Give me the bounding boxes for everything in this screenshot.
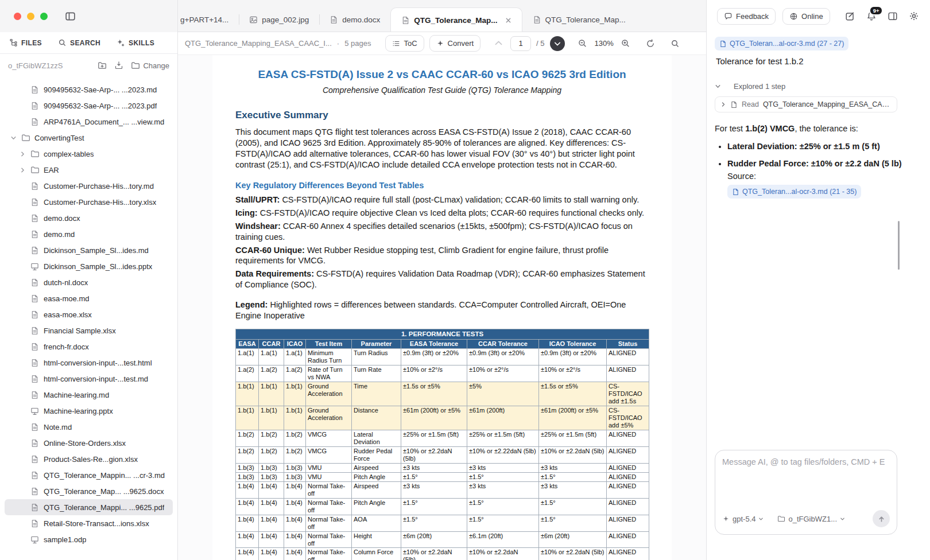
workspace-folder-selector[interactable]: o_tFGibWZ1... bbox=[777, 515, 845, 523]
exec-summary-heading: Executive Summary bbox=[235, 110, 649, 121]
source-file-chip[interactable]: QTG_Toleran...al-ocr-3.md (21 - 35) bbox=[727, 185, 861, 199]
tab[interactable]: QTG_Tolerance_Map... bbox=[522, 7, 636, 32]
close-window-button[interactable] bbox=[14, 13, 21, 20]
folder-item[interactable]: EAR bbox=[5, 162, 173, 178]
convert-label: Convert bbox=[448, 39, 474, 48]
file-item[interactable]: easa-moe.xlsx bbox=[5, 306, 173, 322]
tab[interactable]: demo.docx bbox=[319, 7, 390, 32]
file-item[interactable]: QTG_Tolerance_Mappin... ...cr-3.md bbox=[5, 467, 173, 483]
file-item[interactable]: Online-Store-Orders.xlsx bbox=[5, 435, 173, 451]
document-viewport[interactable]: EASA CS-FSTD(A) Issue 2 vs CAAC CCAR-60 … bbox=[178, 55, 706, 560]
file-item[interactable]: Machine-learing.pptx bbox=[5, 403, 173, 419]
read-step-item[interactable]: Read QTG_Tolerance_Mapping_EASA_CAA... bbox=[715, 96, 897, 112]
notifications-button[interactable]: 9+ bbox=[866, 10, 877, 22]
table-row: 1.a(1)1.a(1)1.a(1)Minimum Radius TurnTur… bbox=[236, 349, 649, 365]
page-number-input[interactable] bbox=[510, 36, 531, 51]
file-item[interactable]: french-fr.docx bbox=[5, 339, 173, 355]
tab-label: QTG_Tolerance_Map... bbox=[414, 16, 497, 25]
change-workspace-button[interactable]: Change bbox=[131, 61, 169, 70]
message-input[interactable] bbox=[722, 457, 890, 510]
chevron-right-icon[interactable] bbox=[20, 167, 26, 173]
import-files-button[interactable] bbox=[114, 61, 123, 70]
sidebar-tab-search[interactable]: SEARCH bbox=[58, 38, 100, 47]
table-cell: 1.b(4) bbox=[284, 548, 306, 560]
close-tab-icon[interactable] bbox=[505, 17, 512, 24]
new-folder-button[interactable] bbox=[98, 61, 107, 70]
file-name: Retail-Store-Transact...ions.xlsx bbox=[44, 519, 149, 528]
settings-button[interactable] bbox=[908, 10, 920, 22]
zoom-in-button[interactable] bbox=[619, 37, 633, 50]
file-item[interactable]: QTG_Tolerance_Mappi... ...9625.pdf bbox=[5, 499, 173, 515]
file-item[interactable]: Customer-Purchase-His...tory.md bbox=[5, 178, 173, 194]
file-item[interactable]: Dickinson_Sample_Sl...ides.md bbox=[5, 242, 173, 258]
file-item[interactable]: demo.docx bbox=[5, 210, 173, 226]
panel-layout-button[interactable] bbox=[887, 10, 898, 22]
tab[interactable]: page_002.jpg bbox=[239, 7, 319, 32]
search-document-button[interactable] bbox=[668, 37, 682, 50]
message-composer[interactable]: gpt-5.4 o_tFGibWZ1... bbox=[715, 450, 897, 535]
table-row: 1.b(4)1.b(4)1.b(4)Normal Take-offHeight±… bbox=[236, 531, 649, 548]
scrollbar-thumb[interactable] bbox=[898, 221, 900, 270]
convert-button[interactable]: Convert bbox=[429, 35, 481, 52]
folder-item[interactable]: ConvertingTest bbox=[5, 130, 173, 146]
file-item[interactable]: QTG_Tolerance_Map... ...9625.docx bbox=[5, 483, 173, 499]
file-item[interactable]: dutch-nl.docx bbox=[5, 274, 173, 290]
online-status-button[interactable]: Online bbox=[782, 8, 830, 25]
file-name: Dickinson_Sample_Sl...ides.md bbox=[44, 246, 149, 255]
maximize-window-button[interactable] bbox=[40, 13, 48, 20]
file-item[interactable]: sample1.odp bbox=[5, 531, 173, 547]
file-item[interactable]: Customer-Purchase-His...tory.xlsx bbox=[5, 194, 173, 210]
explored-steps-toggle[interactable]: Explored 1 step bbox=[715, 82, 922, 91]
table-cell: ±1.5° bbox=[401, 515, 467, 531]
minimize-window-button[interactable] bbox=[27, 13, 34, 20]
zoom-in-icon bbox=[621, 38, 630, 48]
refresh-button[interactable] bbox=[644, 37, 657, 50]
previous-page-button[interactable] bbox=[491, 37, 505, 50]
toc-button[interactable]: ToC bbox=[385, 35, 424, 52]
folder-item[interactable]: complex-tables bbox=[5, 146, 173, 162]
file-name: demo.docx bbox=[44, 214, 80, 223]
table-cell: 1.b(1) bbox=[259, 406, 284, 430]
file-item[interactable]: Financial Sample.xlsx bbox=[5, 322, 173, 339]
file-item[interactable]: easa-moe.md bbox=[5, 290, 173, 306]
file-name: easa-moe.xlsx bbox=[44, 310, 92, 319]
chevron-down-icon[interactable] bbox=[10, 135, 17, 141]
tab-active[interactable]: QTG_Tolerance_Map... bbox=[390, 7, 522, 32]
table-cell: 1.a(2) bbox=[236, 365, 259, 382]
table-cell: 1.b(4) bbox=[236, 498, 259, 515]
file-item[interactable]: html-conversion-input-...test.html bbox=[5, 355, 173, 371]
chat-messages[interactable]: QTG_Toleran...al-ocr-3.md (27 - 27) Tole… bbox=[707, 32, 930, 450]
file-item[interactable]: Product-Sales-Re...gion.xlsx bbox=[5, 451, 173, 467]
workspace-bar: o_tFGibWZ1zzS Change bbox=[0, 54, 177, 77]
new-chat-button[interactable] bbox=[844, 10, 856, 22]
table-cell: 1.b(3) bbox=[236, 472, 259, 481]
toggle-sidebar-button[interactable] bbox=[64, 10, 76, 22]
file-item[interactable]: Note.md bbox=[5, 419, 173, 435]
file-item[interactable]: 909495632-Sae-Arp-... ...2023.md bbox=[5, 81, 173, 98]
tab[interactable]: g+PART+14... bbox=[178, 7, 239, 32]
send-button[interactable] bbox=[873, 510, 890, 527]
model-selector[interactable]: gpt-5.4 bbox=[722, 515, 764, 523]
next-page-button[interactable] bbox=[550, 36, 565, 51]
table-cell: Height bbox=[352, 531, 401, 548]
table-cell: ±3 kts bbox=[401, 463, 467, 472]
file-item[interactable]: Retail-Store-Transact...ions.xlsx bbox=[5, 515, 173, 531]
chevron-right-icon[interactable] bbox=[20, 151, 26, 157]
table-cell: Rate of Turn vs NWA bbox=[306, 365, 352, 382]
file-item[interactable]: Machine-learing.md bbox=[5, 387, 173, 403]
sidebar-tab-skills[interactable]: SKILLS bbox=[117, 38, 154, 47]
key-difference-item: Stall/UPRT: CS-FSTD(A)/ICAO require full… bbox=[235, 195, 649, 205]
separator-dot: · bbox=[337, 39, 339, 48]
file-icon bbox=[30, 391, 40, 399]
file-reference-chip[interactable]: QTG_Toleran...al-ocr-3.md (27 - 27) bbox=[715, 37, 848, 50]
table-cell: VMCG bbox=[306, 446, 352, 463]
file-item[interactable]: 909495632-Sae-Arp-... ...2023.pdf bbox=[5, 98, 173, 114]
file-item[interactable]: html-conversion-input-...test.md bbox=[5, 371, 173, 387]
file-item[interactable]: ARP4761A_Document_... ...view.md bbox=[5, 114, 173, 130]
zoom-out-button[interactable] bbox=[576, 37, 590, 50]
file-item[interactable]: demo.md bbox=[5, 226, 173, 242]
sidebar-tab-files[interactable]: FILES bbox=[9, 38, 42, 47]
file-item[interactable]: Dickinson_Sample_Sl...ides.pptx bbox=[5, 258, 173, 274]
feedback-bubble-icon bbox=[724, 12, 733, 21]
feedback-button[interactable]: Feedback bbox=[717, 8, 776, 25]
